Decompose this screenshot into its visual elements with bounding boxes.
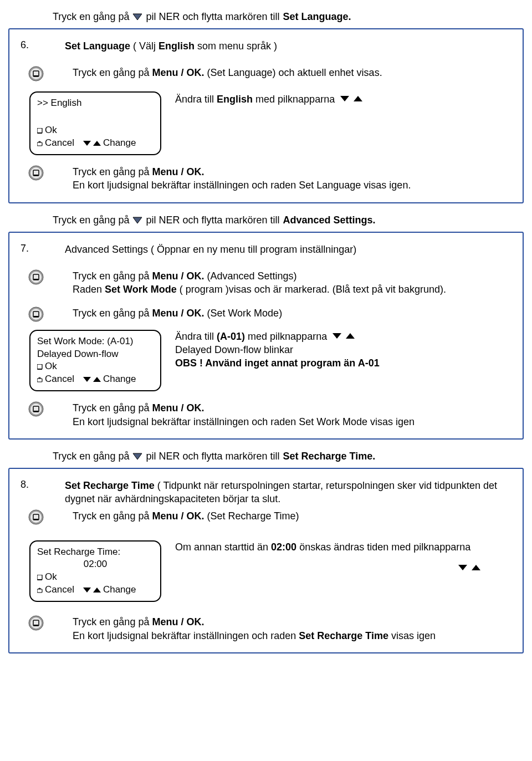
text: ( program )visas och är markerad. (Blå t… [177,284,446,295]
screen-ok: Ok [45,571,57,584]
arrow-down-icon [132,453,142,460]
step-number: 6. [17,39,65,51]
screen-line: Delayed Down-flow [37,348,154,361]
svg-marker-17 [93,588,101,593]
lcd-screen: Set Recharge Time: 02:00 Ok Cancel Chang… [29,540,161,602]
screen-change: Change [103,137,136,150]
cancel-mini-icon [37,141,43,146]
text: pil NER och flytta markören till [146,11,279,23]
text: Menu / OK. [152,308,204,319]
text: önskas ändras tiden med pilknapparna [296,542,470,553]
svg-marker-15 [93,377,101,382]
text: OBS ! Använd inget annat program än A-01 [175,356,515,370]
screen-ok: Ok [45,124,57,137]
arrow-up-icon [472,565,482,571]
step-number: 8. [17,479,65,491]
menu-ok-icon [28,66,44,81]
text: 02:00 [271,542,296,553]
svg-marker-16 [83,588,91,593]
target-text: Set Language. [283,11,351,23]
text: En kort ljudsignal bekräftar inställning… [73,415,515,428]
step-7-box: 7. Advanced Settings ( Öppnar en ny menu… [8,232,524,440]
text: Menu / OK. [152,67,204,78]
instruction-line: Tryck en gång på pil NER och flytta mark… [53,451,524,462]
arrow-up-icon [93,141,101,146]
step-6-box: 6. Set Language ( Välj English som menu … [8,28,524,203]
screen-change: Change [103,584,136,596]
instruction-line: Tryck en gång på pil NER och flytta mark… [53,11,524,23]
cancel-mini-icon [37,377,43,382]
text: pil NER och flytta markören till [146,451,279,462]
text: Tryck en gång på [73,270,152,282]
arrow-up-icon [93,377,101,382]
text: Raden [73,284,105,295]
screen-cancel: Cancel [45,584,74,596]
text: En kort ljudsignal bekräftar inställning… [73,630,299,641]
screen-cancel: Cancel [45,373,74,386]
text: Menu / OK. [152,270,204,282]
title-part: English [158,40,195,52]
svg-marker-12 [83,141,91,146]
screen-cancel: Cancel [45,137,74,150]
arrow-down-icon [332,333,342,340]
step-8-box: 8. Set Recharge Time ( Tidpunkt när retu… [8,468,524,653]
target-text: Advanced Settings. [283,214,376,226]
screen-ok: Ok [45,360,57,373]
text: Menu / OK. [152,616,204,627]
cancel-mini-icon [37,588,43,593]
menu-ok-icon [28,401,44,417]
menu-ok-icon [28,307,44,322]
ok-mini-icon [37,128,43,134]
text: Tryck en gång på [73,67,152,78]
step-number: 7. [17,243,65,254]
arrow-down-icon [83,141,91,146]
title-part: Set Recharge Time [65,480,155,491]
text: visas igen [388,630,436,641]
screen-change: Change [103,373,136,386]
text: Delayed Down-flow blinkar [175,343,515,356]
arrow-down-icon [83,588,91,593]
text: Tryck en gång på [73,616,152,627]
text: Ändra till [175,94,217,105]
text: (Advanced Settings) [204,270,296,282]
target-text: Set Recharge Time. [283,451,376,462]
arrow-down-icon [340,96,350,103]
title-part: Set Language [65,40,130,52]
text: (Set Language) och aktuell enhet visas. [204,67,382,78]
text: Tryck en gång på [73,402,152,413]
lcd-screen: >> English Ok Cancel Change [29,91,161,155]
screen-line: Set Work Mode: (A-01) [37,335,154,348]
screen-selection: >> English [37,97,154,110]
arrow-down-icon [132,217,142,224]
arrow-down-icon [458,565,468,571]
text: med pilknapparna [245,331,327,342]
title-part: ( Välj [130,40,158,52]
text: med pilknapparna [253,94,335,105]
text: Ändra till [175,331,217,342]
svg-marker-13 [93,141,101,146]
screen-line: 02:00 [37,558,154,571]
arrow-up-icon [354,96,364,103]
ok-mini-icon [37,575,43,580]
instruction-line: Tryck en gång på pil NER och flytta mark… [53,214,524,226]
text: Tryck en gång på [53,11,129,23]
text: Tryck en gång på [73,166,152,177]
text: Menu / OK. [152,402,204,413]
text: (Set Work Mode) [204,308,282,319]
text: Tryck en gång på [53,214,129,226]
text: (A-01) [217,331,245,342]
text: Tryck en gång på [73,510,152,522]
text: Tryck en gång på [73,308,152,319]
text: pil NER och flytta markören till [146,214,279,226]
text: Om annan starttid än [175,542,271,553]
text: Tryck en gång på [53,451,129,462]
step-title: Advanced Settings ( Öppnar en ny menu ti… [65,243,515,256]
menu-ok-icon [28,269,44,285]
menu-ok-icon [28,615,44,631]
text: En kort ljudsignal bekräftar inställning… [73,178,515,192]
screen-line: Set Recharge Time: [37,546,154,559]
arrow-up-icon [93,588,101,593]
text: Set Work Mode [105,284,177,295]
title-part: som menu språk ) [195,40,277,52]
text: English [217,94,253,105]
